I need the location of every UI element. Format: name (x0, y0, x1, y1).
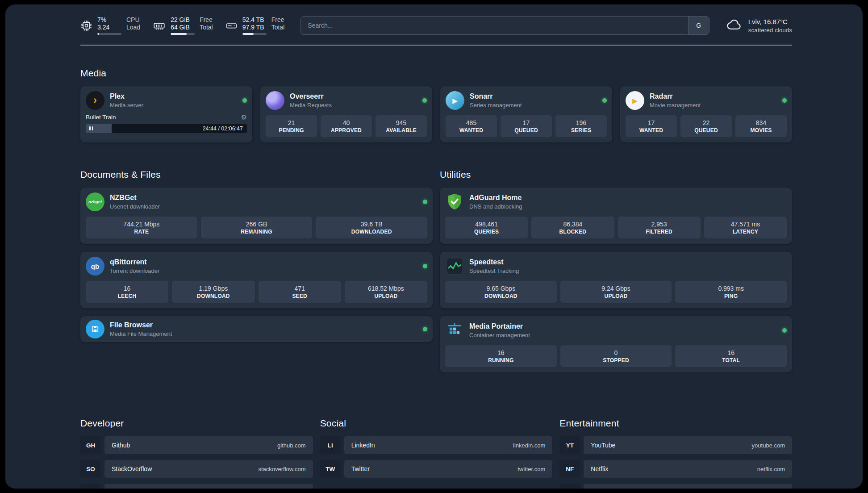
stat-movies: 834 MOVIES (735, 115, 787, 137)
stat-label: UPLOAD (562, 292, 670, 300)
bookmark-link[interactable]: Github github.com (104, 436, 313, 454)
stat-label: WANTED (447, 127, 495, 134)
disk-icon (225, 20, 238, 32)
section-title-entertainment: Entertainment (559, 418, 792, 429)
stat-downloaded: 39.6 TB DOWNLOADED (316, 217, 427, 238)
stats-row: 16 LEECH 1.19 Gbps DOWNLOAD 471 SEED (86, 281, 427, 303)
stat-upload: 9.24 Gbps UPLOAD (560, 281, 672, 303)
card-plex[interactable]: › Plex Media server Bullet Train ⚙ (80, 86, 252, 142)
card-header: ▶ Sonarr Series management (446, 91, 607, 110)
now-playing-title: Bullet Train (86, 114, 116, 121)
stat-download: 1.19 Gbps DOWNLOAD (172, 281, 255, 303)
stat-label: DOWNLOADED (317, 228, 426, 235)
stat-value: 16 (88, 284, 167, 292)
card-header: qb qBittorrent Torrent downloader (86, 257, 427, 276)
card-titles: File Browser Media File Management (110, 321, 172, 338)
app-subtitle: Media File Management (110, 330, 172, 338)
stat-stopped: 0 STOPPED (560, 345, 672, 367)
card-portainer[interactable]: Media Portainer Container management 16 … (440, 316, 792, 372)
stat-total: 16 TOTAL (675, 345, 787, 367)
stat-wanted: 17 WANTED (626, 115, 677, 137)
gear-icon[interactable]: ⚙ (241, 114, 247, 121)
bookmarks-entertainment: Entertainment YT YouTube youtube.com NF … (559, 410, 792, 489)
stat-value: 618.52 Mbps (346, 284, 426, 292)
bookmark-link[interactable]: Twitter twitter.com (344, 460, 553, 478)
topbar: 7% 3.24 CPU Load (80, 16, 792, 35)
card-radarr[interactable]: ▶ Radarr Movie management 17 WANTED 22 (620, 86, 792, 142)
bookmark-linkedin[interactable]: LI LinkedIn linkedin.com (320, 436, 553, 454)
app-title: qBittorrent (110, 258, 159, 267)
stat-label: RATE (88, 228, 196, 235)
bookmarks-developer: Developer GH Github github.com SO StackO… (80, 410, 313, 489)
card-header: nzbget NZBGet Usenet downloader (86, 192, 427, 211)
bookmark-github[interactable]: GH Github github.com (80, 436, 313, 454)
card-adguard[interactable]: AdGuard Home DNS and adblocking 498,461 … (440, 188, 792, 244)
bookmark-dev[interactable]: DT DEV dev.to (80, 484, 313, 489)
card-titles: qBittorrent Torrent downloader (110, 258, 159, 275)
stat-pending: 21 PENDING (266, 115, 317, 137)
card-header: › Plex Media server (86, 91, 247, 110)
card-speedtest[interactable]: Speedtest Speedtest Tracking 9.65 Gbps D… (440, 252, 792, 308)
bookmark-name: Netflix (591, 465, 608, 472)
bookmark-reddit[interactable]: RE Reddit reddit.com (559, 484, 792, 489)
overseerr-icon (266, 91, 284, 110)
stat-value: 9.65 Gbps (447, 284, 555, 292)
bookmark-twitter[interactable]: TW Twitter twitter.com (320, 460, 553, 478)
bookmark-link[interactable]: Reddit reddit.com (584, 484, 792, 489)
cpu-label: CPU (126, 16, 140, 24)
disk-total-value: 97.9 TB (242, 24, 267, 31)
stat-label: QUEUED (682, 127, 730, 134)
card-header: Overseerr Media Requests (266, 91, 427, 110)
player-top-row: Bullet Train ⚙ (86, 114, 247, 121)
speedtest-icon (445, 257, 464, 276)
bookmark-link[interactable]: Netflix netflix.com (584, 460, 792, 478)
stat-leech: 16 LEECH (86, 281, 168, 303)
bookmark-link[interactable]: DEV dev.to (104, 484, 313, 489)
bookmark-name: Twitter (351, 465, 370, 472)
search-engine-button[interactable]: G (688, 17, 709, 34)
cpu-load-label: Load (126, 24, 140, 31)
pause-icon[interactable] (89, 126, 93, 130)
playback-progress-bar[interactable]: 24:44 / 02:06:47 (86, 124, 247, 133)
card-header: ▶ Radarr Movie management (626, 91, 787, 110)
card-qbittorrent[interactable]: qb qBittorrent Torrent downloader 16 (80, 252, 433, 308)
stat-value: 0 (562, 349, 670, 357)
stat-label: LEECH (88, 292, 167, 300)
card-sonarr[interactable]: ▶ Sonarr Series management 485 WANTED 17 (440, 86, 612, 142)
stat-wanted: 485 WANTED (446, 115, 497, 137)
stats-row: 485 WANTED 17 QUEUED 196 SERIES (446, 115, 607, 137)
bookmark-list: YT YouTube youtube.com NF Netflix netfli… (559, 436, 792, 489)
app-subtitle: Speedtest Tracking (469, 267, 519, 275)
bookmark-link[interactable]: LinkedIn linkedin.com (344, 436, 553, 454)
stat-value: 47.571 ms (706, 220, 785, 228)
ram-labels: Free Total (200, 16, 213, 35)
section-title-utilities: Utilities (440, 169, 792, 180)
stat-label: PING (677, 292, 785, 300)
card-titles: Plex Media server (110, 92, 143, 109)
search-input[interactable] (301, 17, 688, 34)
bookmark-stackoverflow[interactable]: SO StackOverflow stackoverflow.com (80, 460, 313, 478)
ram-icon (153, 20, 166, 32)
nzbget-icon: nzbget (86, 192, 104, 211)
card-nzbget[interactable]: nzbget NZBGet Usenet downloader 744.21 M… (80, 188, 433, 244)
status-dot (242, 98, 247, 103)
bookmark-youtube[interactable]: YT YouTube youtube.com (559, 436, 792, 454)
status-dot (602, 98, 607, 103)
bookmark-link[interactable]: StackOverflow stackoverflow.com (104, 460, 313, 478)
app-subtitle: Series management (470, 101, 522, 109)
card-overseerr[interactable]: Overseerr Media Requests 21 PENDING 40 A… (260, 86, 432, 142)
stat-value: 2,953 (620, 220, 699, 228)
card-titles: Sonarr Series management (470, 92, 522, 109)
disk-values: 52.4 TB 97.9 TB (242, 16, 267, 35)
stat-label: DOWNLOAD (447, 292, 555, 300)
stat-value: 834 (737, 119, 785, 127)
bookmark-netflix[interactable]: NF Netflix netflix.com (559, 460, 792, 478)
bookmark-link[interactable]: YouTube youtube.com (584, 436, 792, 454)
bookmark-abbr: NF (559, 460, 580, 478)
dashboard-content: 7% 3.24 CPU Load (5, 4, 863, 489)
stats-row: 744.21 Mbps RATE 266 GB REMAINING 39.6 T… (86, 217, 427, 238)
main-two-column: Documents & Files nzbget NZBGet Usenet d… (80, 161, 792, 372)
card-filebrowser[interactable]: File Browser Media File Management (80, 316, 433, 342)
status-dot (423, 327, 427, 331)
stat-latency: 47.571 ms LATENCY (704, 217, 787, 238)
